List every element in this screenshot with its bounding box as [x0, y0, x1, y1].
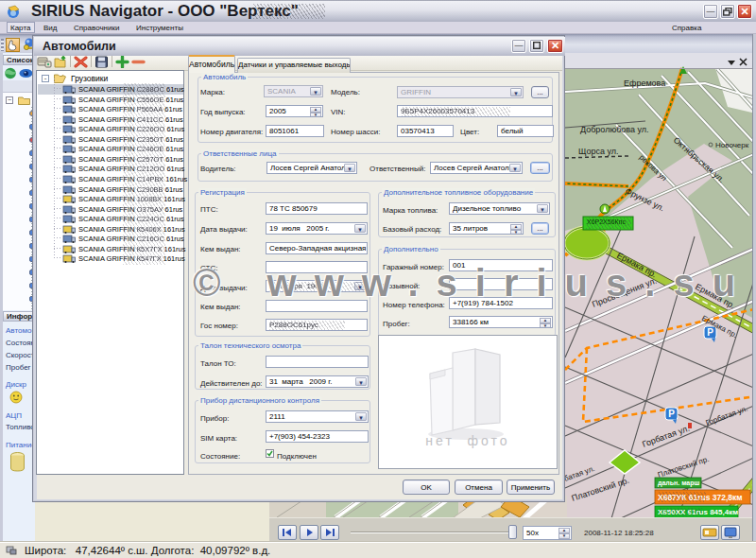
svg-text:P: P: [707, 327, 713, 338]
svg-text:Щорса ул.: Щорса ул.: [578, 147, 619, 156]
svg-text:дальн. марш: дальн. марш: [658, 480, 699, 487]
svg-text:Новочерк: Новочерк: [715, 141, 749, 149]
svg-text:Ефремова: Ефремова: [624, 78, 665, 88]
svg-text:P: P: [668, 409, 675, 419]
svg-text:Добролюбова ул.: Добролюбова ул.: [580, 125, 649, 134]
